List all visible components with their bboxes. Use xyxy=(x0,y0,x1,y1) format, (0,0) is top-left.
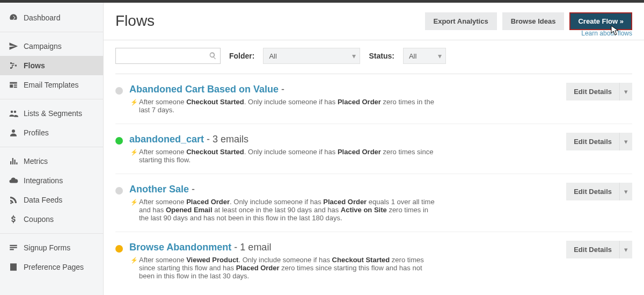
sidebar-label: Metrics xyxy=(24,157,48,166)
flow-name-link[interactable]: Browse Abandonment xyxy=(129,242,231,253)
edit-details-button[interactable]: Edit Details xyxy=(566,83,619,100)
chevron-down-icon: ▾ xyxy=(438,52,442,60)
flow-name-link[interactable]: Another Sale xyxy=(129,184,189,195)
sidebar-item-profiles[interactable]: Profiles xyxy=(0,123,103,142)
bolt-icon: ⚡ xyxy=(130,257,138,264)
flow-description: ⚡After someone Viewed Product. Only incl… xyxy=(139,256,440,280)
bolt-icon: ⚡ xyxy=(130,99,138,106)
sidebar-label: Signup Forms xyxy=(24,243,70,252)
sidebar: Dashboard Campaigns Flows Email Template… xyxy=(0,3,104,295)
sidebar-label: Coupons xyxy=(24,215,54,224)
folder-label: Folder: xyxy=(229,52,254,60)
sidebar-item-lists[interactable]: Lists & Segments xyxy=(0,104,103,123)
users-icon xyxy=(9,109,18,118)
edit-details-button[interactable]: Edit Details xyxy=(566,183,619,200)
flow-row: Another Sale - ⚡After someone Placed Ord… xyxy=(115,174,632,232)
status-label: Status: xyxy=(369,52,394,60)
folder-select[interactable]: All xyxy=(263,48,360,64)
edit-details-button[interactable]: Edit Details xyxy=(566,133,619,150)
edit-dropdown-button[interactable]: ▾ xyxy=(619,241,632,258)
flow-suffix: - xyxy=(279,84,284,95)
main-content: Flows Export Analytics Browse Ideas Crea… xyxy=(104,3,644,295)
sidebar-label: Preference Pages xyxy=(24,263,84,271)
flow-description: ⚡After someone Checkout Started. Only in… xyxy=(139,98,440,114)
edit-dropdown-button[interactable]: ▾ xyxy=(619,133,632,150)
sidebar-label: Campaigns xyxy=(24,42,62,51)
paper-plane-icon xyxy=(9,41,18,51)
flow-row: abandoned_cart - 3 emails⚡After someone … xyxy=(115,124,632,174)
edit-dropdown-button[interactable]: ▾ xyxy=(619,183,632,200)
flow-suffix: - 1 email xyxy=(231,242,271,253)
cloud-icon xyxy=(9,176,18,185)
page-title: Flows xyxy=(115,12,155,30)
flow-suffix: - xyxy=(189,184,195,195)
bar-chart-icon xyxy=(9,156,18,166)
flows-list: Abandoned Cart Based on Value - ⚡After s… xyxy=(104,74,644,290)
flow-name-link[interactable]: abandoned_cart xyxy=(129,134,204,145)
status-dot xyxy=(115,187,123,195)
filter-bar: Folder: All ▾ Status: All ▾ xyxy=(104,40,644,74)
bolt-icon: ⚡ xyxy=(130,199,138,206)
flow-description: ⚡After someone Checkout Started. Only in… xyxy=(139,148,440,164)
chevron-down-icon: ▾ xyxy=(352,52,356,60)
sidebar-item-integrations[interactable]: Integrations xyxy=(0,171,103,190)
sidebar-item-templates[interactable]: Email Templates xyxy=(0,75,103,95)
status-dot xyxy=(115,245,123,253)
sidebar-label: Data Feeds xyxy=(24,196,62,204)
dollar-icon xyxy=(9,214,18,224)
search-icon xyxy=(209,52,217,61)
form-icon xyxy=(9,243,18,253)
status-dot xyxy=(115,87,123,95)
export-analytics-button[interactable]: Export Analytics xyxy=(425,12,497,30)
sidebar-item-dashboard[interactable]: Dashboard xyxy=(0,8,103,27)
learn-about-flows-link[interactable]: Learn about flows xyxy=(581,30,632,37)
rss-icon xyxy=(9,195,18,205)
template-icon xyxy=(9,80,18,90)
sidebar-item-metrics[interactable]: Metrics xyxy=(0,152,103,171)
browse-ideas-button[interactable]: Browse Ideas xyxy=(502,12,565,30)
edit-dropdown-button[interactable]: ▾ xyxy=(619,83,632,100)
bolt-icon: ⚡ xyxy=(130,149,138,156)
flow-icon xyxy=(9,61,18,70)
gauge-icon xyxy=(9,13,18,23)
sidebar-label: Profiles xyxy=(24,128,49,137)
sidebar-label: Integrations xyxy=(24,176,63,185)
sidebar-item-preference-pages[interactable]: Preference Pages xyxy=(0,257,103,277)
sidebar-item-signup-forms[interactable]: Signup Forms xyxy=(0,238,103,257)
sidebar-item-data-feeds[interactable]: Data Feeds xyxy=(0,190,103,210)
flow-name-link[interactable]: Abandoned Cart Based on Value xyxy=(129,84,279,95)
create-flow-button[interactable]: Create Flow » xyxy=(569,12,632,30)
flow-row: Abandoned Cart Based on Value - ⚡After s… xyxy=(115,74,632,124)
status-dot xyxy=(115,137,123,145)
sidebar-label: Dashboard xyxy=(24,13,61,22)
page-icon xyxy=(9,262,18,272)
flow-suffix: - 3 emails xyxy=(204,134,248,145)
sidebar-item-flows[interactable]: Flows xyxy=(0,56,103,75)
sidebar-label: Email Templates xyxy=(24,81,78,89)
search-input[interactable] xyxy=(115,48,221,64)
sidebar-item-campaigns[interactable]: Campaigns xyxy=(0,37,103,56)
edit-details-button[interactable]: Edit Details xyxy=(566,241,619,258)
user-icon xyxy=(9,128,18,138)
flow-description: ⚡After someone Placed Order. Only includ… xyxy=(139,198,440,222)
sidebar-label: Flows xyxy=(24,61,45,70)
sidebar-label: Lists & Segments xyxy=(24,109,82,118)
sidebar-item-coupons[interactable]: Coupons xyxy=(0,210,103,229)
flow-row: Browse Abandonment - 1 email⚡After someo… xyxy=(115,232,632,290)
